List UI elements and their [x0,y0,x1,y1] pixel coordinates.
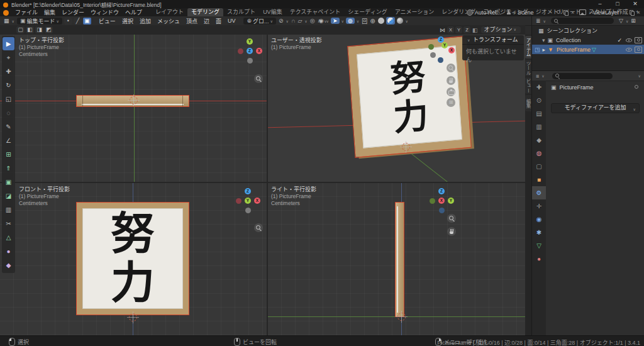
frame-object-front-view[interactable]: 努 力 [77,203,189,315]
menu-add[interactable]: 追加 [136,17,154,25]
tool-inset-faces[interactable]: ▣ [3,176,14,189]
gizmo-y-ball[interactable]: Y [441,42,448,48]
eye-icon[interactable] [626,37,632,43]
pivot-chevron-icon[interactable]: ∨ [285,19,290,23]
tool-shear[interactable]: ◆ [3,259,14,272]
tab-modeling[interactable]: モデリング [187,8,223,16]
tab-physics[interactable]: ◉ [532,213,546,226]
tool-transform[interactable]: ◌ [3,106,14,120]
tool-cursor[interactable]: ⌖ [3,51,14,64]
zoom-button[interactable] [254,223,263,232]
camera-visibility-icon[interactable] [635,37,642,43]
gizmo-neg-x-ball[interactable] [430,52,436,58]
menu-vertex[interactable]: 頂点 [183,17,201,25]
tab-render[interactable]: ⊙ [532,94,546,107]
quad-divider-vertical[interactable] [267,35,268,335]
tab-uv-editing[interactable]: UV編集 [259,8,286,16]
scene-browse-icon[interactable] [506,10,511,15]
tab-object-data[interactable]: ▽ [532,239,546,252]
gizmo-z-ball[interactable]: Z [438,188,445,194]
show-gizmo-icon[interactable]: ➤ [331,18,339,24]
shading-chevron-icon[interactable]: ∨ [404,19,409,23]
gizmo-chevron-icon[interactable]: ∨ [340,19,345,23]
tab-world[interactable]: ◍ [532,147,546,160]
pivot-icon[interactable]: ⊘ [277,18,285,24]
tab-object[interactable]: ■ [532,173,546,186]
gizmo-vis-chevron-icon[interactable]: ∨ [325,19,330,23]
scene-unlink-icon[interactable]: × [570,9,575,16]
tool-smooth[interactable]: ● [3,245,14,258]
menu-window[interactable]: ウィンドウ [87,8,122,16]
pan-button[interactable] [447,76,455,85]
tool-rotate[interactable]: ↻ [3,79,14,92]
add-modifier-button[interactable]: モディファイアーを追加 ∨ [551,103,640,113]
orientation-dropdown[interactable]: ⊕ グロ... ∨ [243,18,275,25]
options-dropdown[interactable]: オプション ∨ [481,26,521,33]
tab-sculpting[interactable]: スカルプト [223,8,259,16]
minimize-button[interactable]: – [591,0,609,8]
vertex-select-button[interactable]: • [64,18,72,25]
outliner-row-scene-collection[interactable]: ▦ シーンコレクション [532,26,644,35]
tab-collection[interactable]: ▢ [532,160,546,173]
gizmo-z-ball[interactable]: Z [245,188,251,194]
tab-material[interactable]: ● [532,252,546,265]
select-mode-subtract-icon[interactable]: ◨ [35,26,43,33]
tool-annotate[interactable]: ✎ [3,120,14,133]
camera-visibility-icon[interactable] [635,47,642,53]
tool-select-box[interactable]: ▶ [3,37,14,50]
expand-arrow-icon[interactable]: ▸ [541,47,547,53]
scene-name[interactable]: Scene [518,9,554,16]
gizmo-y-ball[interactable]: Y [247,38,253,45]
maximize-button[interactable]: □ [609,0,626,8]
sidebar-tab-tool[interactable]: ツール [525,60,531,76]
outliner-editor-chevron-icon[interactable]: ∨ [542,19,547,23]
menu-face[interactable]: 面 [213,17,225,25]
gizmo-y-ball[interactable]: Y [448,198,454,204]
viewlayer-name[interactable]: ViewLayer [593,9,628,16]
tab-modifiers[interactable]: ⚙ [532,186,546,199]
tab-view-layer[interactable]: ▥ [532,120,546,133]
shading-wireframe-icon[interactable]: ⊕ [369,18,376,25]
tool-bevel[interactable]: ◪ [3,189,14,203]
menu-view[interactable]: ビュー [96,17,119,25]
menu-edge[interactable]: 辺 [201,17,213,25]
viewlayer-remove-icon[interactable]: × [636,9,641,16]
sidebar-tab-view[interactable]: ビュー [525,77,531,94]
frame-object-right-view[interactable] [396,203,404,316]
properties-options-chevron-icon[interactable]: ∨ [637,74,642,78]
select-mode-new-icon[interactable]: ▢ [16,26,25,33]
gizmo-neg-z-ball[interactable] [439,208,445,213]
tool-measure[interactable]: ∠ [3,134,14,147]
snap-magnet-icon[interactable]: ∩ [290,18,296,24]
tool-move[interactable]: ✚ [3,65,14,78]
menu-uv[interactable]: UV [225,18,239,24]
select-mode-invert-icon[interactable]: ◩ [45,26,53,33]
gizmo-neg-z-ball[interactable] [245,208,251,213]
auto-pack-icon[interactable] [467,9,473,16]
auto-pack-label[interactable]: Auto Rel... [475,9,501,16]
quad-front-view[interactable]: 努 力 フロント・平行投影 (1) PictureFrame Centimete… [0,183,267,335]
overlays-chevron-icon[interactable]: ∨ [355,19,360,23]
xray-toggle-icon[interactable]: 回 [360,17,369,25]
gizmo-x-ball[interactable]: X [254,198,260,204]
expand-arrow-icon[interactable]: ▾ [541,37,547,43]
scene-copy-icon[interactable] [564,10,568,15]
outliner-row-collection[interactable]: ▾ ▣ Collection ✓ [532,35,644,45]
mirror-x-button[interactable]: X [447,26,454,33]
checkbox-icon[interactable]: ✓ [616,37,623,43]
gizmo-neg-z-ball[interactable] [438,57,443,63]
viewlayer-browse-icon[interactable] [579,9,586,15]
quad-divider-horizontal[interactable] [0,182,525,183]
sidebar-tab-item[interactable]: アイテム [525,36,531,59]
snap-target-icon[interactable]: ▱ [296,18,303,24]
editor-type-chevron-icon[interactable]: ∨ [11,19,16,23]
menu-select[interactable]: 選択 [119,17,136,25]
perspective-toggle-button[interactable]: ⊞ [447,98,455,107]
scene-pin-icon[interactable] [555,10,560,15]
menu-edit[interactable]: 編集 [41,8,58,16]
zoom-button[interactable] [447,214,456,223]
scene-chevron-icon[interactable]: ∨ [513,10,518,14]
tool-scale[interactable]: ◱ [3,92,14,106]
transform-panel-header[interactable]: ∨ トランスフォーム [462,35,524,45]
outliner-search-input[interactable] [551,18,614,24]
